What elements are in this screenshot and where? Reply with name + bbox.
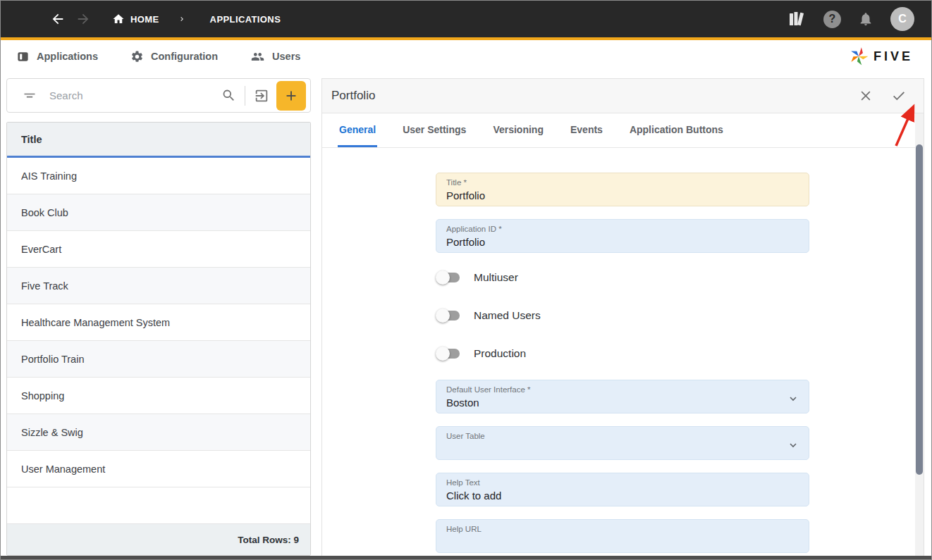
application-id-field[interactable]: Application ID * Portfolio <box>436 219 809 253</box>
search-icon[interactable] <box>221 88 236 103</box>
brand-wordmark: FIVE <box>873 49 913 64</box>
help-text-field[interactable]: Help Text Click to add <box>436 473 809 506</box>
list-item[interactable]: Book Club <box>7 194 310 231</box>
search-input[interactable] <box>49 89 221 101</box>
applications-table: Title AIS Training Book Club EverCart Fi… <box>6 122 311 556</box>
menu-item-label: Configuration <box>151 51 218 62</box>
chevron-right-icon <box>178 15 186 23</box>
five-logo: FIVE <box>850 47 916 66</box>
production-toggle-row: Production <box>436 345 809 362</box>
form-header: Portfolio <box>322 79 924 113</box>
tab-versioning[interactable]: Versioning <box>491 113 545 147</box>
help-url-field[interactable]: Help URL <box>436 519 809 553</box>
field-value <box>446 442 799 456</box>
menu-item-label: Applications <box>37 51 98 62</box>
list-item[interactable]: Portfolio Train <box>7 341 310 378</box>
menu-item-users[interactable]: Users <box>250 50 300 63</box>
list-item[interactable]: User Management <box>7 451 310 487</box>
list-item[interactable]: AIS Training <box>7 158 310 194</box>
home-icon[interactable] <box>112 13 125 25</box>
module-menu-bar: Applications Configuration Users <box>1 40 931 73</box>
field-label: Default User Interface * <box>446 385 799 394</box>
table-column-header[interactable]: Title <box>7 123 310 158</box>
field-label: Help Text <box>446 478 799 487</box>
list-item[interactable]: EverCart <box>7 231 310 268</box>
breadcrumb-home[interactable]: HOME <box>130 14 159 25</box>
list-item[interactable]: Five Track <box>7 268 310 304</box>
form-content: Title * Portfolio Application ID * Portf… <box>322 148 809 553</box>
field-value: Portfolio <box>446 189 799 203</box>
total-rows-label: Total Rows: 9 <box>238 535 299 545</box>
field-value: Boston <box>446 396 799 410</box>
record-form-panel: Portfolio General User Settings Versioni… <box>321 78 924 556</box>
menu-item-applications[interactable]: Applications <box>16 50 98 63</box>
user-table-select[interactable]: User Table <box>436 426 809 460</box>
close-icon[interactable] <box>859 89 873 103</box>
import-application-icon[interactable] <box>254 88 269 104</box>
toggle-label: Named Users <box>474 309 541 322</box>
menu-item-configuration[interactable]: Configuration <box>130 50 218 63</box>
list-item-empty <box>7 487 310 524</box>
multiuser-toggle[interactable] <box>436 269 461 286</box>
form-scrollbar-thumb[interactable] <box>916 144 923 475</box>
table-footer: Total Rows: 9 <box>7 524 310 555</box>
add-application-button[interactable] <box>276 81 306 111</box>
divider <box>245 86 245 106</box>
chevron-down-icon <box>787 393 799 407</box>
tab-user-settings[interactable]: User Settings <box>401 113 467 147</box>
field-value <box>446 535 799 549</box>
toggle-label: Multiuser <box>474 271 518 284</box>
field-value: Click to add <box>446 489 799 503</box>
named-users-toggle[interactable] <box>436 307 461 324</box>
app-window: HOME APPLICATIONS ? C <box>0 0 932 560</box>
menu-item-label: Users <box>272 51 300 62</box>
filter-icon[interactable] <box>23 89 37 103</box>
column-header-label: Title <box>21 134 42 145</box>
field-value: Portfolio <box>446 235 799 249</box>
search-bar <box>6 78 311 113</box>
named-users-toggle-row: Named Users <box>436 307 809 324</box>
breadcrumb-current[interactable]: APPLICATIONS <box>210 14 281 25</box>
save-check-icon[interactable] <box>891 88 907 104</box>
applications-list-panel: Title AIS Training Book Club EverCart Fi… <box>6 78 311 556</box>
form-scrollbar-track[interactable] <box>915 113 924 556</box>
top-navigation-bar: HOME APPLICATIONS ? C <box>1 1 931 37</box>
field-label: User Table <box>446 431 799 441</box>
back-arrow-icon[interactable] <box>50 11 66 27</box>
avatar-initial: C <box>898 13 907 25</box>
field-label: Help URL <box>446 524 799 534</box>
breadcrumb: HOME APPLICATIONS <box>112 13 281 25</box>
list-item[interactable]: Sizzle & Swig <box>7 414 310 451</box>
chevron-down-icon <box>787 440 799 454</box>
multiuser-toggle-row: Multiuser <box>436 269 809 286</box>
field-label: Application ID * <box>446 224 799 234</box>
help-icon[interactable]: ? <box>823 11 841 28</box>
notifications-bell-icon[interactable] <box>858 11 873 27</box>
five-pinwheel-icon <box>850 47 868 66</box>
user-avatar[interactable]: C <box>890 7 914 31</box>
tab-events[interactable]: Events <box>569 113 604 147</box>
toggle-label: Production <box>474 347 526 360</box>
window-bottom-edge <box>1 556 931 559</box>
form-title: Portfolio <box>331 89 375 103</box>
users-icon <box>250 50 265 63</box>
library-books-icon[interactable] <box>787 11 807 27</box>
hamburger-menu-icon[interactable] <box>18 13 33 25</box>
production-toggle[interactable] <box>436 345 461 362</box>
forward-arrow-icon[interactable] <box>75 11 91 27</box>
default-user-interface-select[interactable]: Default User Interface * Boston <box>436 380 809 413</box>
tab-application-buttons[interactable]: Application Buttons <box>628 113 725 147</box>
list-item[interactable]: Shopping <box>7 378 310 414</box>
plus-icon <box>283 88 299 104</box>
form-tabs: General User Settings Versioning Events … <box>322 113 924 148</box>
field-label: Title * <box>446 178 799 187</box>
title-field[interactable]: Title * Portfolio <box>436 173 809 206</box>
tab-general[interactable]: General <box>338 113 377 147</box>
toggle-group: Multiuser Named Users Production <box>436 269 809 362</box>
list-item[interactable]: Healthcare Management System <box>7 304 310 341</box>
configuration-gear-icon <box>130 50 144 63</box>
applications-icon <box>16 50 30 63</box>
